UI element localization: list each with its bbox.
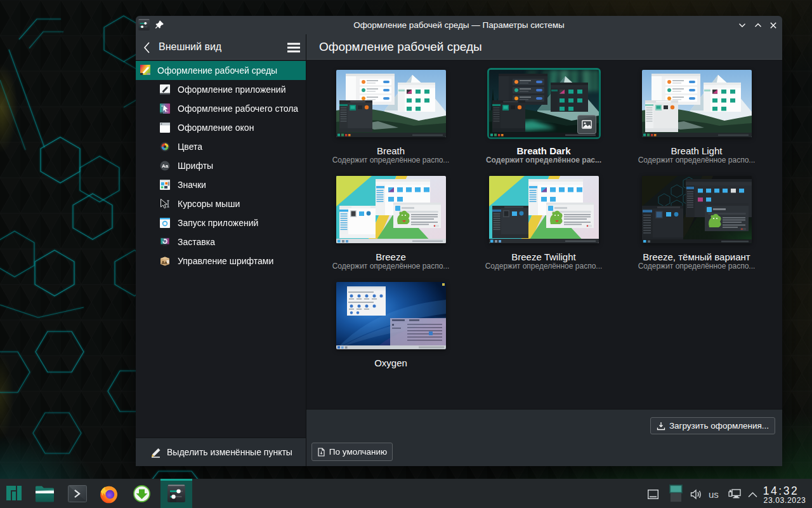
svg-text:Aa: Aa <box>162 260 167 265</box>
svg-text:Aa: Aa <box>162 163 169 169</box>
